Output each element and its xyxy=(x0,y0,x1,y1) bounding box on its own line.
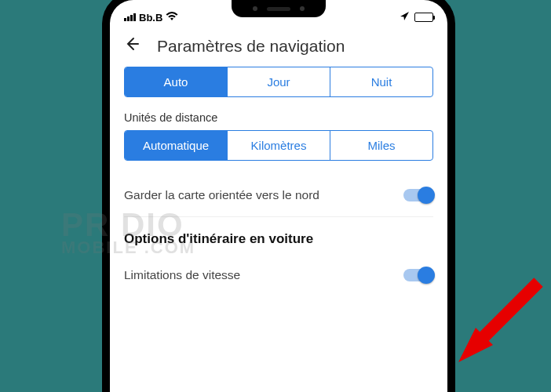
distance-miles[interactable]: Miles xyxy=(330,131,432,160)
theme-segmented: Auto Jour Nuit xyxy=(124,67,433,97)
battery-icon xyxy=(414,13,433,22)
svg-line-0 xyxy=(480,282,538,341)
app-header: Paramètres de navigation xyxy=(110,25,447,67)
speed-limit-label: Limitations de vitesse xyxy=(124,267,240,284)
theme-day[interactable]: Jour xyxy=(228,67,330,96)
distance-km[interactable]: Kilomètres xyxy=(228,131,330,160)
location-icon xyxy=(400,11,410,24)
map-north-row: Garder la carte orientée vers le nord xyxy=(124,175,433,217)
theme-night[interactable]: Nuit xyxy=(330,67,432,96)
page-title: Paramètres de navigation xyxy=(157,37,345,56)
speed-limit-toggle[interactable] xyxy=(403,269,433,281)
svg-marker-1 xyxy=(458,328,493,362)
speed-limit-row: Limitations de vitesse xyxy=(124,255,433,296)
arrow-annotation xyxy=(444,274,546,376)
theme-auto[interactable]: Auto xyxy=(125,67,228,96)
phone-frame: Bb.B Paramètres de navigation Auto Jou xyxy=(102,0,455,392)
map-north-label: Garder la carte orientée vers le nord xyxy=(124,187,319,204)
signal-icon xyxy=(124,13,136,21)
route-section-heading: Options d'itinéraire en voiture xyxy=(124,217,433,255)
screen: Bb.B Paramètres de navigation Auto Jou xyxy=(110,0,447,392)
distance-auto[interactable]: Automatique xyxy=(125,131,228,160)
notch xyxy=(232,0,326,17)
map-north-toggle[interactable] xyxy=(403,189,433,201)
distance-label: Unités de distance xyxy=(124,111,433,124)
back-button[interactable] xyxy=(124,36,140,56)
distance-segmented: Automatique Kilomètres Miles xyxy=(124,130,433,161)
carrier-label: Bb.B xyxy=(139,12,162,24)
wifi-icon xyxy=(166,11,178,24)
